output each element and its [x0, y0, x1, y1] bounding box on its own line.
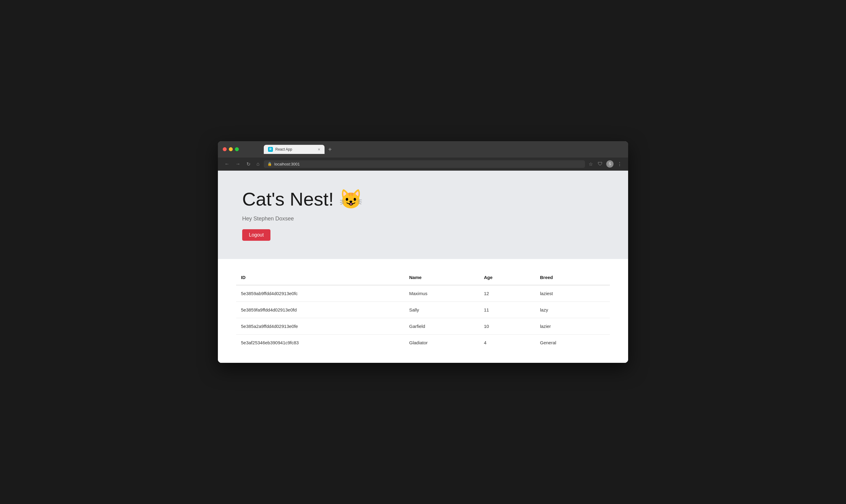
column-header-age: Age	[479, 271, 535, 285]
hero-section: Cat's Nest! 😺 Hey Stephen Doxsee Logout	[218, 170, 628, 259]
cell-id: 5e3859ab9ffdd4d02913e0fc	[236, 285, 404, 302]
cell-name: Garfield	[404, 318, 479, 335]
tab-bar: R React App × +	[242, 145, 334, 154]
tab-favicon: R	[268, 147, 273, 152]
minimize-traffic-light[interactable]	[229, 147, 233, 151]
cell-age: 4	[479, 335, 535, 351]
home-button[interactable]: ⌂	[255, 160, 261, 168]
column-header-breed: Breed	[535, 271, 610, 285]
close-traffic-light[interactable]	[223, 147, 227, 151]
bookmark-button[interactable]: ☆	[587, 160, 594, 168]
browser-toolbar: ← → ↻ ⌂ 🔒 localhost:3001 ☆ 🛡 S ⋮	[218, 158, 628, 170]
address-bar[interactable]: 🔒 localhost:3001	[264, 160, 585, 168]
app-title: Cat's Nest! 😺	[242, 189, 604, 210]
cell-age: 10	[479, 318, 535, 335]
tab-close-button[interactable]: ×	[318, 147, 320, 151]
table-section: ID Name Age Breed 5e3859ab9ffdd4d02913e0…	[218, 259, 628, 363]
back-button[interactable]: ←	[223, 160, 231, 168]
browser-window: R React App × + ← → ↻ ⌂ 🔒 localhost:3001…	[218, 141, 628, 363]
forward-button[interactable]: →	[234, 160, 242, 168]
maximize-traffic-light[interactable]	[235, 147, 239, 151]
table-header: ID Name Age Breed	[236, 271, 610, 285]
cat-emoji: 😺	[339, 188, 363, 210]
toolbar-actions: ☆ 🛡 S ⋮	[587, 160, 623, 168]
new-tab-button[interactable]: +	[326, 146, 334, 152]
browser-tab[interactable]: R React App ×	[264, 145, 325, 154]
address-lock-icon: 🔒	[267, 162, 272, 166]
cell-id: 5e3859fa9ffdd4d02913e0fd	[236, 302, 404, 318]
column-header-id: ID	[236, 271, 404, 285]
cell-breed: lazier	[535, 318, 610, 335]
tab-title: React App	[275, 147, 315, 151]
cats-table: ID Name Age Breed 5e3859ab9ffdd4d02913e0…	[236, 271, 610, 351]
user-avatar[interactable]: S	[606, 160, 614, 167]
table-row: 5e3859ab9ffdd4d02913e0fcMaximus12laziest	[236, 285, 610, 302]
reload-button[interactable]: ↻	[245, 160, 252, 168]
column-header-name: Name	[404, 271, 479, 285]
cell-breed: laziest	[535, 285, 610, 302]
cell-breed: lazy	[535, 302, 610, 318]
cell-name: Maximus	[404, 285, 479, 302]
traffic-lights	[223, 147, 239, 151]
greeting-text: Hey Stephen Doxsee	[242, 216, 604, 222]
browser-chrome: R React App × + ← → ↻ ⌂ 🔒 localhost:3001…	[218, 141, 628, 170]
shield-button[interactable]: 🛡	[597, 160, 604, 168]
logout-button[interactable]: Logout	[242, 229, 271, 241]
app-title-text: Cat's Nest!	[242, 188, 334, 210]
page-content: Cat's Nest! 😺 Hey Stephen Doxsee Logout …	[218, 170, 628, 363]
table-row: 5e385a2a9ffdd4d02913e0feGarfield10lazier	[236, 318, 610, 335]
browser-titlebar: R React App × +	[218, 141, 628, 158]
cell-age: 11	[479, 302, 535, 318]
cell-id: 5e3af25346eb390941c9fc83	[236, 335, 404, 351]
address-url: localhost:3001	[274, 162, 300, 166]
table-header-row: ID Name Age Breed	[236, 271, 610, 285]
cell-name: Gladiator	[404, 335, 479, 351]
table-body: 5e3859ab9ffdd4d02913e0fcMaximus12laziest…	[236, 285, 610, 351]
cell-breed: General	[535, 335, 610, 351]
cell-age: 12	[479, 285, 535, 302]
cell-id: 5e385a2a9ffdd4d02913e0fe	[236, 318, 404, 335]
table-row: 5e3859fa9ffdd4d02913e0fdSally11lazy	[236, 302, 610, 318]
table-row: 5e3af25346eb390941c9fc83Gladiator4Genera…	[236, 335, 610, 351]
cell-name: Sally	[404, 302, 479, 318]
menu-button[interactable]: ⋮	[616, 160, 623, 168]
